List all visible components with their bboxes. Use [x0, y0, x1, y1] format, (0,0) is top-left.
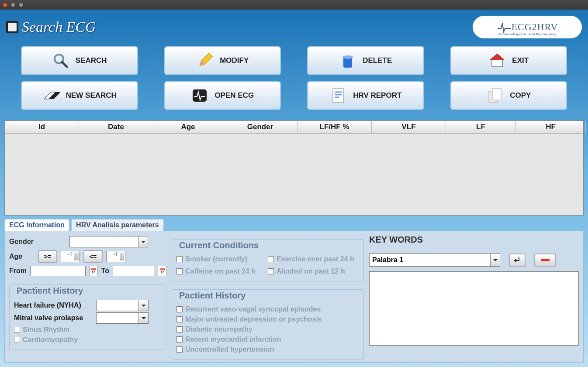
- maximize-icon[interactable]: [18, 2, 24, 7]
- svg-point-5: [342, 55, 353, 59]
- exit-label: EXIT: [512, 56, 529, 65]
- col-date[interactable]: Date: [79, 121, 153, 133]
- logo-subtext: Electrocardiogram to Heart Rate Variabil…: [498, 33, 556, 36]
- gender-select[interactable]: [69, 236, 148, 247]
- modify-button[interactable]: MODIFY: [164, 46, 281, 75]
- copy-button[interactable]: COPY: [450, 81, 567, 110]
- search-label: SEARCH: [76, 56, 107, 65]
- filter-panel: Gender Age >= -1 <= -1 From 📅 To 📅: [4, 231, 584, 363]
- age-from-spinner[interactable]: -1: [61, 251, 80, 262]
- date-to-input[interactable]: [113, 266, 154, 276]
- mitral-select[interactable]: [96, 312, 149, 324]
- keyword-selected: Palabra 1: [372, 256, 403, 264]
- open-ecg-label: OPEN ECG: [214, 91, 254, 100]
- col-gender[interactable]: Gender: [223, 121, 297, 133]
- chevron-down-icon: [490, 254, 500, 266]
- results-table[interactable]: Id Date Age Gender LF/HF % VLF LF HF: [4, 120, 584, 216]
- col-hf[interactable]: HF: [516, 121, 586, 133]
- new-search-label: NEW SEARCH: [66, 91, 117, 100]
- keyword-remove-button[interactable]: [534, 254, 556, 267]
- alcohol-checkbox[interactable]: [268, 268, 274, 274]
- current-conditions-title: Current Conditions: [177, 240, 260, 250]
- ecg-monitor-icon: [191, 87, 208, 104]
- svg-rect-16: [492, 89, 501, 100]
- hypertension-label: Uncontrolled hypertension: [185, 346, 274, 353]
- chevron-down-icon: [138, 236, 148, 247]
- page-title: Search ECG: [22, 19, 96, 35]
- close-icon[interactable]: [3, 2, 8, 7]
- hrv-report-button[interactable]: HRV REPORT: [307, 81, 424, 110]
- table-header-row: Id Date Age Gender LF/HF % VLF LF HF: [5, 121, 583, 134]
- cardiomyopathy-label: Cardiomyopathy: [23, 336, 78, 344]
- smoker-checkbox[interactable]: [176, 256, 183, 262]
- diabetic-label: Diabetic neuropathy: [185, 325, 252, 333]
- col-age[interactable]: Age: [153, 121, 223, 133]
- sinus-checkbox[interactable]: [14, 327, 20, 333]
- open-ecg-button[interactable]: OPEN ECG: [164, 81, 281, 110]
- vasovagal-label: Recurrent vaso-vagal syncopal episodes: [185, 305, 321, 313]
- svg-rect-17: [541, 259, 550, 261]
- date-from-input[interactable]: [30, 266, 86, 276]
- svg-marker-7: [490, 54, 504, 60]
- pencil-icon: [196, 52, 214, 69]
- to-label: To: [101, 267, 109, 275]
- smoker-label: Smoker (currently): [185, 255, 247, 263]
- delete-button[interactable]: DELETE: [307, 46, 424, 75]
- vasovagal-checkbox[interactable]: [176, 306, 183, 312]
- minimize-icon[interactable]: [10, 2, 16, 7]
- copy-icon: [486, 87, 504, 104]
- col-vlf[interactable]: VLF: [372, 121, 446, 133]
- depression-label: Major untreated depression or psychosis: [185, 315, 322, 323]
- keywords-textarea[interactable]: [369, 271, 579, 346]
- age-to-spinner[interactable]: -1: [106, 251, 125, 262]
- magnifier-icon: [52, 52, 69, 69]
- alcohol-label: Alcohol on past 12 h: [277, 267, 345, 275]
- exercise-label: Exercise over past 24 h: [277, 255, 354, 263]
- col-id[interactable]: Id: [5, 121, 79, 133]
- patient-history-title-left: Pactient History: [15, 286, 85, 296]
- col-lfhf[interactable]: LF/HF %: [297, 121, 372, 133]
- hrv-report-label: HRV REPORT: [353, 91, 401, 100]
- age-label: Age: [9, 253, 35, 260]
- caffeine-checkbox[interactable]: [176, 268, 183, 274]
- minus-icon: [540, 258, 550, 262]
- home-icon: [488, 52, 506, 69]
- diabetic-checkbox[interactable]: [176, 326, 183, 332]
- brand-logo: ECG2HRV Electrocardiogram to Heart Rate …: [473, 16, 582, 38]
- logo-text: ECG2HRV: [512, 21, 558, 33]
- from-label: From: [9, 267, 27, 275]
- sinus-label: Sinus Rhythm: [23, 326, 70, 334]
- mi-checkbox[interactable]: [176, 336, 183, 343]
- age-le-button[interactable]: <=: [83, 250, 103, 263]
- age-ge-button[interactable]: >=: [38, 250, 57, 263]
- calendar-to-icon[interactable]: 📅: [158, 266, 166, 276]
- svg-rect-11: [333, 89, 343, 103]
- delete-label: DELETE: [363, 56, 392, 65]
- hypertension-checkbox[interactable]: [176, 346, 183, 353]
- app-icon: [6, 21, 18, 33]
- mi-label: Recent myocardial infarction: [185, 336, 281, 343]
- tab-ecg-information[interactable]: ECG Information: [4, 219, 69, 231]
- eraser-icon: [42, 87, 60, 104]
- heart-failure-label: Heart failure (NYHA): [14, 301, 93, 309]
- tab-hrv-parameters[interactable]: HRV Analisis parameters: [71, 219, 163, 231]
- calendar-from-icon[interactable]: 📅: [89, 266, 98, 276]
- depression-checkbox[interactable]: [176, 316, 183, 322]
- window-titlebar: [0, 0, 588, 10]
- keyword-select[interactable]: Palabra 1: [369, 254, 500, 267]
- exercise-checkbox[interactable]: [268, 256, 274, 262]
- col-lf[interactable]: LF: [446, 121, 516, 133]
- copy-label: COPY: [510, 91, 531, 100]
- exit-button[interactable]: EXIT: [450, 46, 567, 75]
- keyword-add-button[interactable]: [509, 254, 526, 267]
- svg-line-1: [62, 62, 67, 67]
- trash-icon: [339, 52, 356, 69]
- gender-label: Gender: [9, 238, 66, 246]
- new-search-button[interactable]: NEW SEARCH: [21, 81, 138, 110]
- report-icon: [329, 87, 347, 104]
- search-button[interactable]: SEARCH: [21, 46, 138, 75]
- keywords-title: KEY WORDS: [369, 235, 579, 245]
- app-frame: Search ECG ECG2HRV Electrocardiogram to …: [0, 10, 588, 367]
- heart-failure-select[interactable]: [96, 300, 149, 311]
- cardiomyopathy-checkbox[interactable]: [14, 337, 20, 343]
